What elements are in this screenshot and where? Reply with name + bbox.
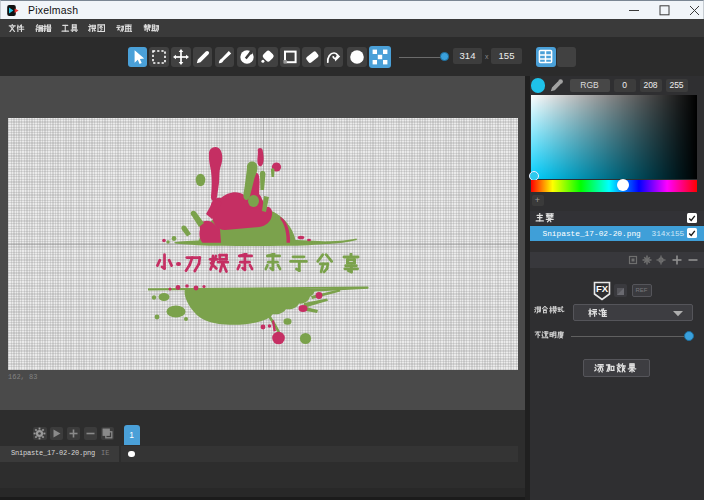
svg-text:FX: FX	[595, 283, 608, 294]
